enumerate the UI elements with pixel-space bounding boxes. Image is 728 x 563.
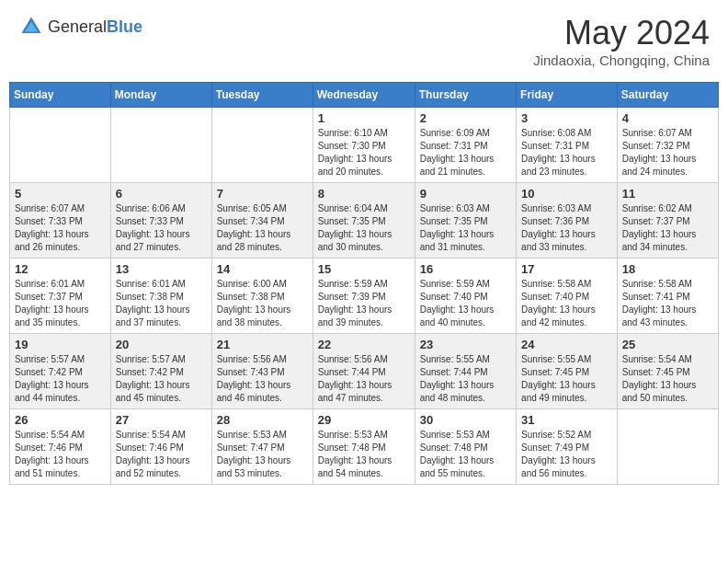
- day-info: Sunrise: 5:58 AMSunset: 7:41 PMDaylight:…: [622, 278, 713, 329]
- table-row: 29Sunrise: 5:53 AMSunset: 7:48 PMDayligh…: [313, 409, 415, 485]
- day-info: Sunrise: 6:01 AMSunset: 7:38 PMDaylight:…: [116, 278, 207, 329]
- table-row: [211, 108, 313, 183]
- weekday-header-monday: Monday: [110, 83, 211, 108]
- title-block: May 2024 Jindaoxia, Chongqing, China: [533, 14, 710, 68]
- day-number: 25: [622, 338, 713, 351]
- table-row: 9Sunrise: 6:03 AMSunset: 7:35 PMDaylight…: [415, 183, 516, 259]
- day-info: Sunrise: 6:06 AMSunset: 7:33 PMDaylight:…: [116, 202, 207, 254]
- week-row-5: 26Sunrise: 5:54 AMSunset: 7:46 PMDayligh…: [10, 409, 719, 485]
- table-row: 24Sunrise: 5:55 AMSunset: 7:45 PMDayligh…: [517, 334, 618, 409]
- weekday-header-tuesday: Tuesday: [211, 83, 313, 108]
- day-number: 27: [116, 413, 207, 427]
- table-row: 13Sunrise: 6:01 AMSunset: 7:38 PMDayligh…: [110, 259, 211, 334]
- table-row: 22Sunrise: 5:56 AMSunset: 7:44 PMDayligh…: [313, 334, 415, 409]
- weekday-header-thursday: Thursday: [415, 83, 516, 108]
- day-number: 7: [217, 187, 308, 201]
- table-row: 5Sunrise: 6:07 AMSunset: 7:33 PMDaylight…: [10, 183, 111, 259]
- day-number: 16: [420, 262, 511, 276]
- day-number: 21: [217, 338, 308, 351]
- day-number: 9: [420, 187, 511, 201]
- table-row: 17Sunrise: 5:58 AMSunset: 7:40 PMDayligh…: [517, 259, 618, 334]
- calendar-location: Jindaoxia, Chongqing, China: [533, 52, 710, 68]
- page-header: GeneralBlue May 2024 Jindaoxia, Chongqin…: [9, 9, 719, 73]
- day-number: 2: [420, 111, 511, 125]
- table-row: 4Sunrise: 6:07 AMSunset: 7:32 PMDaylight…: [617, 108, 718, 183]
- day-info: Sunrise: 5:55 AMSunset: 7:45 PMDaylight:…: [521, 353, 612, 405]
- day-info: Sunrise: 6:03 AMSunset: 7:35 PMDaylight:…: [420, 202, 511, 254]
- day-info: Sunrise: 6:10 AMSunset: 7:30 PMDaylight:…: [318, 127, 410, 178]
- day-info: Sunrise: 5:53 AMSunset: 7:48 PMDaylight:…: [420, 429, 511, 480]
- weekday-header-row: SundayMondayTuesdayWednesdayThursdayFrid…: [10, 83, 719, 108]
- weekday-header-wednesday: Wednesday: [313, 83, 415, 108]
- day-info: Sunrise: 6:03 AMSunset: 7:36 PMDaylight:…: [521, 202, 612, 254]
- weekday-header-sunday: Sunday: [10, 83, 111, 108]
- day-info: Sunrise: 5:52 AMSunset: 7:49 PMDaylight:…: [521, 429, 612, 480]
- day-number: 3: [521, 111, 612, 125]
- day-info: Sunrise: 6:04 AMSunset: 7:35 PMDaylight:…: [318, 202, 410, 254]
- day-number: 8: [318, 187, 410, 201]
- day-info: Sunrise: 5:56 AMSunset: 7:44 PMDaylight:…: [318, 353, 410, 405]
- day-number: 11: [622, 187, 713, 201]
- calendar-table: SundayMondayTuesdayWednesdayThursdayFrid…: [9, 82, 719, 485]
- table-row: [10, 108, 111, 183]
- day-number: 22: [318, 338, 410, 351]
- week-row-4: 19Sunrise: 5:57 AMSunset: 7:42 PMDayligh…: [10, 334, 719, 409]
- table-row: 8Sunrise: 6:04 AMSunset: 7:35 PMDaylight…: [313, 183, 415, 259]
- weekday-header-friday: Friday: [517, 83, 618, 108]
- table-row: [617, 409, 718, 485]
- logo: GeneralBlue: [18, 14, 142, 40]
- day-number: 10: [521, 187, 612, 201]
- table-row: 6Sunrise: 6:06 AMSunset: 7:33 PMDaylight…: [110, 183, 211, 259]
- day-info: Sunrise: 5:53 AMSunset: 7:47 PMDaylight:…: [217, 429, 308, 480]
- day-info: Sunrise: 5:55 AMSunset: 7:44 PMDaylight:…: [420, 353, 511, 405]
- day-info: Sunrise: 6:02 AMSunset: 7:37 PMDaylight:…: [622, 202, 713, 254]
- day-number: 18: [622, 262, 713, 276]
- day-info: Sunrise: 5:58 AMSunset: 7:40 PMDaylight:…: [521, 278, 612, 329]
- day-info: Sunrise: 5:57 AMSunset: 7:42 PMDaylight:…: [15, 353, 106, 405]
- table-row: 10Sunrise: 6:03 AMSunset: 7:36 PMDayligh…: [517, 183, 618, 259]
- table-row: 3Sunrise: 6:08 AMSunset: 7:31 PMDaylight…: [517, 108, 618, 183]
- day-number: 29: [318, 413, 410, 427]
- table-row: 2Sunrise: 6:09 AMSunset: 7:31 PMDaylight…: [415, 108, 516, 183]
- day-info: Sunrise: 5:53 AMSunset: 7:48 PMDaylight:…: [318, 429, 410, 480]
- day-number: 19: [15, 338, 106, 351]
- table-row: 12Sunrise: 6:01 AMSunset: 7:37 PMDayligh…: [10, 259, 111, 334]
- day-number: 26: [15, 413, 106, 427]
- logo-text: GeneralBlue: [48, 17, 142, 37]
- logo-icon: [18, 14, 44, 40]
- table-row: 14Sunrise: 6:00 AMSunset: 7:38 PMDayligh…: [211, 259, 313, 334]
- week-row-2: 5Sunrise: 6:07 AMSunset: 7:33 PMDaylight…: [10, 183, 719, 259]
- day-info: Sunrise: 5:54 AMSunset: 7:45 PMDaylight:…: [622, 353, 713, 405]
- day-number: 30: [420, 413, 511, 427]
- day-number: 28: [217, 413, 308, 427]
- table-row: 25Sunrise: 5:54 AMSunset: 7:45 PMDayligh…: [617, 334, 718, 409]
- week-row-1: 1Sunrise: 6:10 AMSunset: 7:30 PMDaylight…: [10, 108, 719, 183]
- day-number: 17: [521, 262, 612, 276]
- day-number: 14: [217, 262, 308, 276]
- day-number: 4: [622, 111, 713, 125]
- day-info: Sunrise: 6:07 AMSunset: 7:33 PMDaylight:…: [15, 202, 106, 254]
- day-number: 1: [318, 111, 410, 125]
- day-info: Sunrise: 5:59 AMSunset: 7:39 PMDaylight:…: [318, 278, 410, 329]
- day-info: Sunrise: 6:05 AMSunset: 7:34 PMDaylight:…: [217, 202, 308, 254]
- table-row: 31Sunrise: 5:52 AMSunset: 7:49 PMDayligh…: [517, 409, 618, 485]
- day-info: Sunrise: 6:09 AMSunset: 7:31 PMDaylight:…: [420, 127, 511, 178]
- day-number: 13: [116, 262, 207, 276]
- table-row: 15Sunrise: 5:59 AMSunset: 7:39 PMDayligh…: [313, 259, 415, 334]
- day-number: 5: [15, 187, 106, 201]
- day-number: 23: [420, 338, 511, 351]
- table-row: 21Sunrise: 5:56 AMSunset: 7:43 PMDayligh…: [211, 334, 313, 409]
- day-info: Sunrise: 6:08 AMSunset: 7:31 PMDaylight:…: [521, 127, 612, 178]
- day-info: Sunrise: 6:01 AMSunset: 7:37 PMDaylight:…: [15, 278, 106, 329]
- table-row: 19Sunrise: 5:57 AMSunset: 7:42 PMDayligh…: [10, 334, 111, 409]
- table-row: 28Sunrise: 5:53 AMSunset: 7:47 PMDayligh…: [211, 409, 313, 485]
- day-info: Sunrise: 5:59 AMSunset: 7:40 PMDaylight:…: [420, 278, 511, 329]
- table-row: 11Sunrise: 6:02 AMSunset: 7:37 PMDayligh…: [617, 183, 718, 259]
- day-number: 12: [15, 262, 106, 276]
- logo-general: General: [48, 17, 107, 36]
- day-number: 20: [116, 338, 207, 351]
- table-row: 30Sunrise: 5:53 AMSunset: 7:48 PMDayligh…: [415, 409, 516, 485]
- calendar-title: May 2024: [533, 14, 710, 52]
- day-info: Sunrise: 6:07 AMSunset: 7:32 PMDaylight:…: [622, 127, 713, 178]
- table-row: 7Sunrise: 6:05 AMSunset: 7:34 PMDaylight…: [211, 183, 313, 259]
